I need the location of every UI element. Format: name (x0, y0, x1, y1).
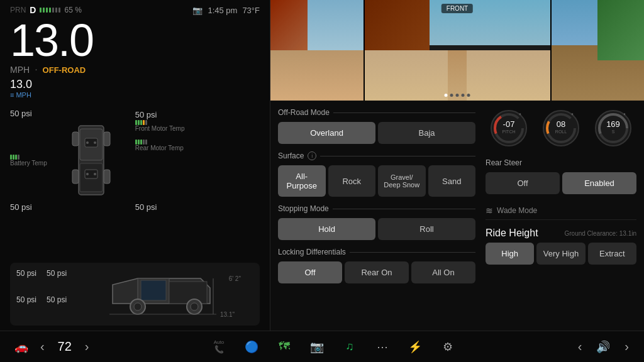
tire-pressure-fr: 50 psi (135, 110, 157, 119)
baja-button[interactable]: Baja (378, 122, 475, 144)
tire-pressure-rr: 50 psi (135, 202, 185, 212)
svg-rect-16 (169, 282, 207, 304)
locking-diffs-label: Locking Differentials (278, 248, 475, 256)
rear-on-button[interactable]: Rear On (345, 261, 409, 283)
svg-point-11 (86, 173, 89, 175)
hold-button[interactable]: Hold (278, 218, 375, 240)
battery-bar (58, 8, 60, 13)
svg-rect-6 (104, 170, 110, 184)
all-purpose-button[interactable]: All-Purpose (278, 165, 326, 197)
gravel-deep-snow-button[interactable]: Gravel/ Deep Snow (378, 165, 426, 197)
cam-dot-4 (462, 94, 465, 97)
vehicle-right-info: 50 psi Front Motor Temp (135, 104, 185, 217)
mode-separator: · (35, 64, 37, 75)
gear-prn: PRN (10, 6, 26, 14)
battery-bar (55, 8, 57, 13)
camera-dots (445, 94, 470, 97)
battery-percentage: 65 % (64, 6, 81, 14)
rear-steer-enabled-button[interactable]: Enabled (562, 172, 636, 194)
surface-info-icon[interactable]: i (308, 151, 316, 160)
speed-unit: MPH (10, 65, 30, 75)
rear-motor-temp: Rear Motor Temp (135, 140, 185, 151)
camera-task-icon[interactable]: 📷 (306, 336, 328, 358)
svg-text:°: ° (623, 112, 625, 118)
rear-motor-temp-label: Rear Motor Temp (135, 145, 185, 151)
cam-dot-3 (456, 94, 459, 97)
pitch-gauge: -07 ° PITCH (486, 108, 533, 151)
tire-pressure-fr-group: 50 psi Front Motor Temp (135, 109, 185, 159)
bottom-tire-fr: 50 psi (47, 269, 67, 293)
taskbar-center: Auto 📞 🔵 🗺 📷 ♫ ⋯ ⚡ ⚙ (208, 336, 459, 358)
battery-temp-area: Battery Temp (10, 155, 47, 167)
all-on-button[interactable]: All On (411, 261, 475, 283)
camera-icon: 📷 (192, 6, 203, 15)
camera-strip: FRONT (270, 0, 644, 101)
battery-temp-label: Battery Temp (10, 160, 47, 167)
right-nav-prev[interactable]: ‹ (573, 337, 587, 356)
ride-height-group: High Very High Extract (486, 243, 636, 265)
more-icon[interactable]: ⋯ (371, 336, 394, 358)
rear-steer-group: Off Enabled (486, 172, 636, 194)
rock-button[interactable]: Rock (328, 165, 376, 197)
tire-pressure-rl: 50 psi (10, 202, 47, 212)
ride-very-high-button[interactable]: Very High (536, 243, 585, 265)
bluetooth-icon[interactable]: 🔵 (240, 336, 263, 358)
rear-steer-off-button[interactable]: Off (486, 172, 560, 194)
front-motor-temp: Front Motor Temp (135, 120, 185, 132)
battery-bar (40, 8, 42, 13)
bottom-tire-rl: 50 psi (16, 295, 36, 319)
roll-button[interactable]: Roll (378, 218, 475, 240)
svg-point-9 (94, 141, 96, 144)
ride-height-label: Ride Height (486, 228, 538, 239)
speed-sub-display: 13.0 (10, 78, 260, 91)
surface-group: All-Purpose Rock Gravel/ Deep Snow Sand (278, 165, 475, 197)
vehicle-section: 50 psi Battery Temp 50 psi (10, 104, 260, 217)
left-controls: Off-Road Mode Overland Baja Surface i Al… (278, 108, 475, 323)
sand-button[interactable]: Sand (428, 165, 476, 197)
nav-icon[interactable]: 🗺 (273, 336, 296, 358)
cam-dot-2 (450, 94, 453, 97)
phone-icon[interactable]: Auto 📞 (208, 336, 230, 358)
gear-info: PRN D 65 % (10, 5, 82, 15)
energy-icon[interactable]: ⚡ (404, 336, 426, 358)
battery-bar (49, 8, 51, 13)
cam-dot-1 (445, 94, 448, 97)
front-camera-label: FRONT (441, 4, 473, 13)
volume-icon[interactable]: 🔊 (592, 336, 614, 358)
svg-text:169: 169 (606, 119, 620, 129)
right-nav-next[interactable]: › (619, 337, 634, 356)
car-icon[interactable]: 🚗 (10, 336, 33, 358)
svg-text:S: S (611, 129, 614, 134)
left-panel: PRN D 65 % 📷 1:45 pm 73°F 13 (0, 0, 270, 331)
taskbar-right: ‹ 🔊 › (573, 336, 634, 358)
gauges-row: -07 ° PITCH 08 ° ROLL (486, 108, 636, 151)
wade-mode-row[interactable]: ≋ Wade Mode (486, 202, 636, 220)
svg-text:PITCH: PITCH (502, 129, 516, 134)
truck-side-view: 6' 2" 13.1" (72, 269, 253, 319)
spotify-icon[interactable]: ♫ (338, 336, 361, 358)
battery-bar (52, 8, 54, 13)
tire-pressure-fl: 50 psi (10, 109, 47, 118)
dimension-height: 6' 2" (229, 275, 241, 282)
right-camera-feed (552, 0, 645, 101)
svg-text:08: 08 (557, 119, 565, 129)
vehicle-top-view (47, 104, 135, 217)
settings-icon[interactable]: ⚙ (436, 336, 459, 358)
right-controls: -07 ° PITCH 08 ° ROLL (486, 108, 636, 323)
wade-mode-label: Wade Mode (497, 206, 537, 215)
right-panel: FRONT Off-Road Mode (270, 0, 644, 331)
svg-point-8 (86, 141, 89, 144)
surface-label: Surface i (278, 151, 475, 160)
bottom-section: 50 psi 50 psi 50 psi 50 psi (10, 263, 260, 326)
overland-button[interactable]: Overland (278, 122, 375, 144)
ride-extract-button[interactable]: Extract (588, 243, 636, 265)
page-next-button[interactable]: › (80, 337, 94, 356)
diff-off-button[interactable]: Off (278, 261, 342, 283)
svg-marker-15 (141, 280, 166, 300)
rear-steer-label: Rear Steer (486, 158, 636, 167)
svg-rect-4 (104, 132, 110, 146)
locking-diffs-group: Off Rear On All On (278, 261, 475, 283)
bottom-tire-fl: 50 psi (16, 269, 36, 293)
page-prev-button[interactable]: ‹ (35, 337, 50, 356)
ride-high-button[interactable]: High (486, 243, 534, 265)
